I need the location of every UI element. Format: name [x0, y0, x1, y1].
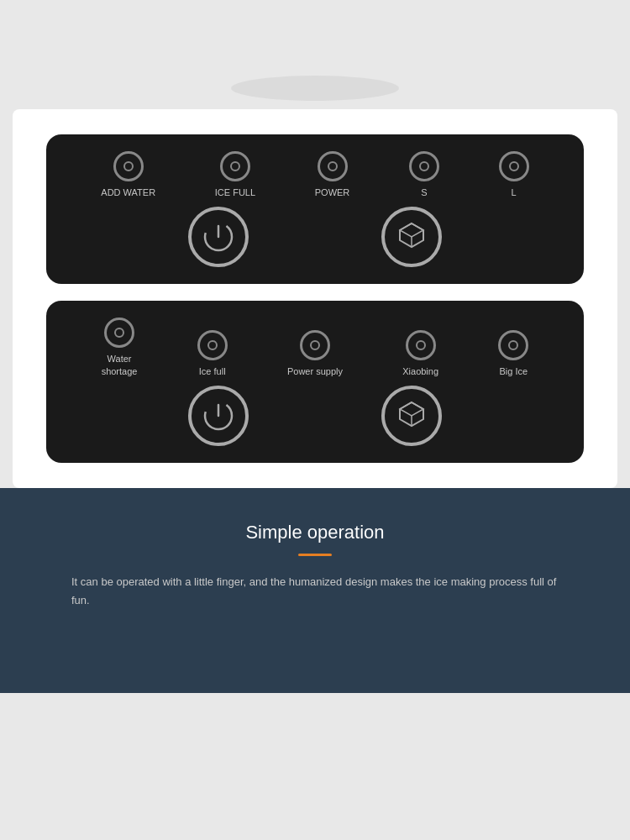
svg-marker-3 — [400, 223, 423, 237]
button-row-2 — [71, 386, 559, 446]
section-description: It can be operated with a little finger,… — [71, 573, 559, 610]
l-label: L — [512, 186, 517, 198]
power-button-2[interactable] — [188, 386, 249, 446]
xiaobing-circle — [406, 330, 436, 360]
big-ice-circle — [498, 330, 528, 360]
section-divider — [298, 554, 332, 556]
add-water-circle — [113, 151, 144, 181]
section-title: Simple operation — [245, 522, 384, 543]
dark-section: Simple operation It can be operated with… — [0, 488, 630, 694]
s-label: S — [421, 186, 427, 198]
indicator-s: S — [409, 151, 439, 198]
power-icon — [202, 221, 234, 253]
control-panel-1: ADD WATER ICE FULL POWER S L — [46, 134, 584, 284]
ice-full-circle-2 — [197, 330, 228, 360]
add-water-label: ADD WATER — [101, 186, 155, 198]
control-panel-2: Water shortage Ice full Power supply Xia… — [46, 301, 584, 463]
indicator-row-1: ADD WATER ICE FULL POWER S L — [71, 151, 559, 198]
water-shortage-label: Water shortage — [102, 353, 138, 377]
indicator-power-supply: Power supply — [287, 330, 343, 377]
xiaobing-label: Xiaobing — [402, 365, 438, 377]
indicator-ice-full: ICE FULL — [215, 151, 255, 198]
ice-button-1[interactable] — [381, 207, 442, 267]
device-partial — [231, 76, 399, 101]
power-icon-2 — [202, 400, 234, 432]
page-wrapper: ADD WATER ICE FULL POWER S L — [0, 0, 630, 840]
ice-full-label-2: Ice full — [199, 365, 226, 377]
s-circle — [409, 151, 439, 181]
power-supply-circle — [300, 330, 330, 360]
indicator-big-ice: Big Ice — [498, 330, 528, 377]
indicator-water-shortage: Water shortage — [102, 318, 138, 377]
big-ice-label: Big Ice — [499, 365, 528, 377]
indicator-power: POWER — [315, 151, 350, 198]
indicator-ice-full-2: Ice full — [197, 330, 228, 377]
indicator-l: L — [499, 151, 529, 198]
cube-icon — [396, 219, 428, 255]
indicator-xiaobing: Xiaobing — [402, 330, 438, 377]
ice-full-label: ICE FULL — [215, 186, 255, 198]
power-button-1[interactable] — [188, 207, 249, 267]
indicator-row-2: Water shortage Ice full Power supply Xia… — [71, 318, 559, 377]
svg-marker-10 — [400, 402, 423, 416]
power-label: POWER — [315, 186, 350, 198]
ice-button-2[interactable] — [381, 386, 442, 446]
ice-full-circle — [220, 151, 250, 181]
top-area — [0, 0, 630, 109]
power-supply-label: Power supply — [287, 365, 343, 377]
power-circle — [318, 151, 348, 181]
water-shortage-circle — [104, 318, 134, 348]
indicator-add-water: ADD WATER — [101, 151, 155, 198]
button-row-1 — [71, 207, 559, 267]
bottom-gray — [0, 693, 630, 840]
l-circle — [499, 151, 529, 181]
white-card: ADD WATER ICE FULL POWER S L — [13, 109, 617, 488]
cube-icon-2 — [396, 398, 428, 433]
